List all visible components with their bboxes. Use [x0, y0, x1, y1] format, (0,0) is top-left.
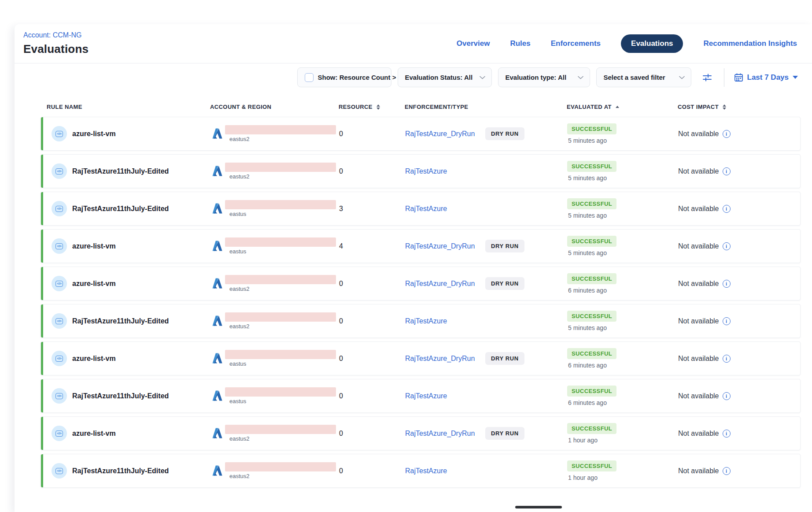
status-stripe	[41, 304, 43, 338]
evaluated-time: 6 minutes ago	[567, 287, 607, 294]
tab-recommendation-insights[interactable]: Recommendation Insights	[703, 39, 797, 48]
code-rule-icon: </>	[55, 356, 63, 362]
resource-count-checkbox[interactable]	[305, 73, 314, 82]
rule-name: azure-list-vm	[72, 355, 116, 363]
enforcement-link[interactable]: RajTestAzure_DryRun	[405, 280, 485, 288]
table-row[interactable]: </> RajTestAzure11thJuly-Edited eastus2 …	[41, 454, 801, 488]
info-icon[interactable]: i	[723, 355, 731, 363]
azure-icon	[210, 202, 224, 215]
column-header-resource[interactable]: RESOURCE	[339, 104, 405, 110]
table-row[interactable]: </> RajTestAzure11thJuly-Edited eastus2 …	[41, 304, 801, 338]
page-title: Evaluations	[23, 42, 89, 56]
table-row[interactable]: </> azure-list-vm eastus 0 RajTestAzure_…	[41, 341, 801, 375]
cost-impact-text: Not available	[678, 355, 719, 363]
status-stripe	[41, 117, 43, 150]
azure-icon	[210, 127, 224, 141]
tab-rules[interactable]: Rules	[510, 39, 530, 48]
saved-filter-dropdown[interactable]: Select a saved filter	[596, 67, 691, 87]
region-label: eastus	[229, 360, 336, 367]
enforcement-link[interactable]: RajTestAzure_DryRun	[405, 430, 485, 438]
rule-name: azure-list-vm	[72, 242, 116, 250]
table-row[interactable]: </> azure-list-vm eastus2 0 RajTestAzure…	[41, 117, 801, 151]
enforcement-link[interactable]: RajTestAzure	[405, 205, 485, 213]
account-and-region: eastus	[225, 387, 336, 404]
region-label: eastus2	[229, 435, 336, 442]
info-icon[interactable]: i	[723, 317, 731, 325]
rule-name: RajTestAzure11thJuly-Edited	[72, 205, 169, 213]
evaluated-time: 6 minutes ago	[567, 399, 607, 406]
horizontal-scrollbar[interactable]	[515, 506, 562, 508]
enforcement-link[interactable]: RajTestAzure_DryRun	[405, 242, 485, 250]
column-header-cost-impact[interactable]: COST IMPACT	[678, 104, 801, 110]
enforcement-link[interactable]: RajTestAzure_DryRun	[405, 130, 485, 138]
region-label: eastus	[229, 211, 336, 217]
info-icon[interactable]: i	[723, 392, 731, 400]
enforcement-link[interactable]: RajTestAzure_DryRun	[405, 355, 485, 363]
code-rule-icon: </>	[55, 281, 63, 287]
rule-icon: </>	[52, 276, 67, 291]
info-icon[interactable]: i	[723, 205, 731, 213]
region-label: eastus2	[229, 286, 336, 292]
status-stripe	[41, 342, 43, 375]
azure-icon	[210, 239, 224, 253]
account-breadcrumb[interactable]: Account: CCM-NG	[23, 31, 89, 39]
resource-count-label: Show: Resource Count > 0	[318, 74, 402, 81]
tab-overview[interactable]: Overview	[457, 39, 490, 48]
azure-icon	[210, 464, 224, 478]
date-range-picker[interactable]: Last 7 Days	[734, 73, 798, 82]
resource-count: 0	[339, 167, 343, 175]
table-row[interactable]: </> azure-list-vm eastus2 0 RajTestAzure…	[41, 416, 801, 450]
info-icon[interactable]: i	[723, 430, 731, 438]
table-row[interactable]: </> RajTestAzure11thJuly-Edited eastus 0…	[41, 379, 801, 413]
tab-enforcements[interactable]: Enforcements	[551, 39, 601, 48]
account-name-redacted	[225, 425, 336, 434]
sliders-icon	[702, 72, 712, 83]
enforcement-link[interactable]: RajTestAzure	[405, 392, 485, 400]
azure-icon	[210, 314, 224, 328]
account-name-redacted	[225, 387, 336, 397]
sort-asc-icon[interactable]	[616, 106, 619, 108]
table-row[interactable]: </> azure-list-vm eastus2 0 RajTestAzure…	[41, 267, 801, 301]
table-header-row: RULE NAMEACCOUNT & REGIONRESOURCEENFORCE…	[41, 92, 801, 117]
enforcement-link[interactable]: RajTestAzure	[405, 167, 485, 175]
dry-run-badge: DRY RUN	[485, 127, 524, 140]
account-and-region: eastus	[225, 200, 336, 217]
enforcement-link[interactable]: RajTestAzure	[405, 467, 485, 475]
code-rule-icon: </>	[55, 393, 63, 399]
account-name-redacted	[225, 163, 336, 172]
rule-name: azure-list-vm	[72, 130, 116, 138]
enforcement-link[interactable]: RajTestAzure	[405, 317, 485, 325]
column-label: ENFORCEMENT/TYPE	[405, 104, 468, 110]
column-label: ACCOUNT & REGION	[210, 104, 271, 110]
rule-name: RajTestAzure11thJuly-Edited	[72, 167, 169, 175]
status-badge: SUCCESSFUL	[567, 123, 616, 134]
evaluation-status-dropdown[interactable]: Evaluation Status: All	[398, 67, 492, 87]
evaluated-time: 5 minutes ago	[567, 324, 607, 331]
resource-count-filter[interactable]: Show: Resource Count > 0	[297, 67, 391, 87]
resource-count: 3	[339, 205, 343, 213]
column-label: RULE NAME	[47, 104, 82, 110]
region-label: eastus	[229, 398, 336, 404]
column-header-evaluated-at[interactable]: EVALUATED AT	[567, 104, 678, 110]
info-icon[interactable]: i	[723, 467, 731, 475]
info-icon[interactable]: i	[723, 242, 731, 250]
sort-icon[interactable]	[376, 104, 380, 110]
tab-evaluations[interactable]: Evaluations	[621, 34, 683, 53]
region-label: eastus2	[229, 173, 336, 180]
rule-icon: </>	[52, 426, 67, 441]
resource-count: 0	[339, 280, 343, 288]
evaluation-type-dropdown[interactable]: Evaluation type: All	[498, 67, 590, 87]
info-icon[interactable]: i	[723, 130, 731, 138]
info-icon[interactable]: i	[723, 167, 731, 175]
account-name-redacted	[225, 200, 336, 209]
sort-icon[interactable]	[723, 104, 726, 110]
table-row[interactable]: </> azure-list-vm eastus 4 RajTestAzure_…	[41, 229, 801, 263]
evaluated-time: 5 minutes ago	[567, 212, 607, 219]
code-rule-icon: </>	[55, 131, 63, 137]
table-row[interactable]: </> RajTestAzure11thJuly-Edited eastus 3…	[41, 192, 801, 226]
column-label: EVALUATED AT	[567, 104, 612, 110]
filter-settings-button[interactable]	[700, 70, 714, 85]
table-row[interactable]: </> RajTestAzure11thJuly-Edited eastus2 …	[41, 154, 801, 188]
info-icon[interactable]: i	[723, 280, 731, 288]
calendar-icon	[734, 73, 743, 82]
